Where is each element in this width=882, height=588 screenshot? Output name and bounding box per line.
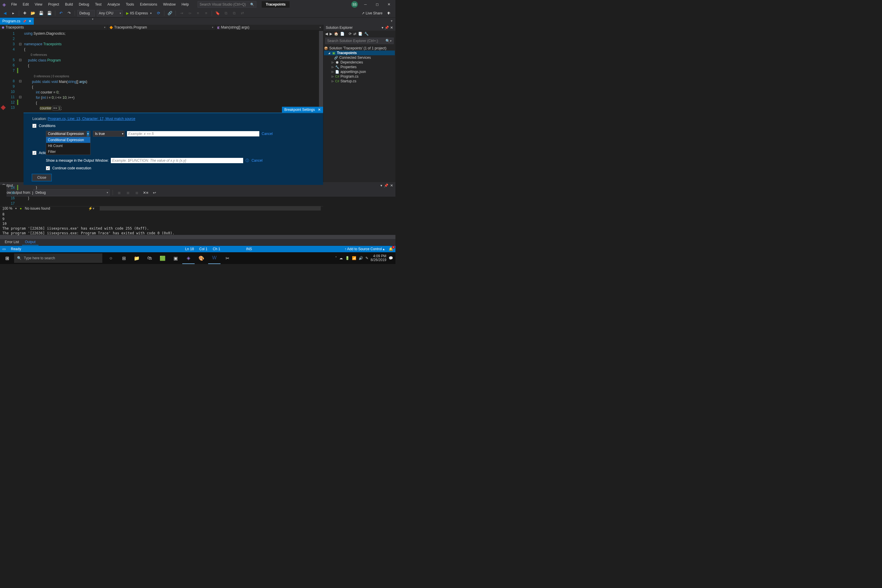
onedrive-icon[interactable]: ☁ xyxy=(339,256,343,260)
document-tab-program[interactable]: Program.cs 📌 ✕ xyxy=(0,18,34,25)
tree-startup-cs[interactable]: ▷C#Startup.cs xyxy=(324,79,395,84)
new-project-icon[interactable]: ✚ xyxy=(21,10,28,16)
menu-debug[interactable]: Debug xyxy=(76,1,92,8)
opt-hit-count[interactable]: Hit Count xyxy=(46,143,90,149)
run-button[interactable]: ▶ IIS Express ▾ xyxy=(124,11,153,15)
add-to-source-control[interactable]: ↑ Add to Source Control ▴ xyxy=(345,247,384,251)
pin-icon[interactable]: 📌 xyxy=(384,183,388,188)
dropdown-icon[interactable]: ▾ xyxy=(380,183,382,188)
search-visual-studio[interactable]: Search Visual Studio (Ctrl+Q) 🔍 xyxy=(198,1,256,8)
clock[interactable]: 4:09 PM 8/26/2019 xyxy=(371,254,386,262)
task-view-icon[interactable]: ⊞ xyxy=(118,252,130,264)
menu-help[interactable]: Help xyxy=(178,1,192,8)
nav-method[interactable]: ◧Main(string[] args) xyxy=(216,25,323,30)
se-search-input[interactable]: Search Solution Explorer (Ctrl+;)🔍▾ xyxy=(325,38,394,44)
app1-icon[interactable]: 🟩 xyxy=(156,252,169,264)
pen-icon[interactable]: ✎ xyxy=(366,256,368,260)
nav-class[interactable]: 🔶Tracepoints.Program xyxy=(108,25,215,30)
config-dropdown[interactable]: Debug xyxy=(77,10,95,16)
cancel-action-link[interactable]: Cancel xyxy=(251,159,262,163)
cortana-icon[interactable]: ○ xyxy=(105,252,117,264)
step-into-icon[interactable]: ⇥ xyxy=(178,10,184,16)
battery-icon[interactable]: 🔋 xyxy=(345,256,350,260)
menu-build[interactable]: Build xyxy=(62,1,76,8)
fold-gutter[interactable]: ⊟ ⊟ ⊟ ⊟ xyxy=(19,31,23,111)
cancel-condition-link[interactable]: Cancel xyxy=(262,132,273,136)
figma-icon[interactable]: 🎨 xyxy=(195,252,208,264)
snip-icon[interactable]: ✂ xyxy=(221,252,233,264)
save-icon[interactable]: 💾 xyxy=(38,10,44,16)
fwd-icon[interactable]: ▶ xyxy=(330,32,332,36)
collapse-icon[interactable]: ⇄ xyxy=(353,32,356,36)
tab-error-list[interactable]: Error List xyxy=(2,239,22,246)
opt-conditional-expression[interactable]: Conditional Expression xyxy=(46,137,90,143)
live-share-button[interactable]: ↗ Live Share xyxy=(362,11,382,15)
tree-solution[interactable]: 📦Solution 'Tracepoints' (1 of 1 project) xyxy=(324,46,395,51)
visual-studio-icon[interactable]: ◈ xyxy=(182,252,195,264)
user-avatar[interactable]: SS xyxy=(351,1,358,8)
nav-back-icon[interactable]: ◀ xyxy=(2,10,8,16)
nav-project[interactable]: ⬢Tracepoints xyxy=(0,25,108,30)
menu-test[interactable]: Test xyxy=(92,1,104,8)
bp-location-link[interactable]: Program.cs, Line: 13, Character: 17, Mus… xyxy=(48,117,135,121)
refresh-icon[interactable]: ⟳ xyxy=(155,10,162,16)
vertical-scrollbar[interactable] xyxy=(319,31,323,111)
uncomment-icon[interactable]: ⧉ xyxy=(231,10,237,16)
taskbar-search[interactable]: 🔍 Type here to search xyxy=(14,254,102,263)
opt-filter[interactable]: Filter xyxy=(46,149,90,154)
chevron-up-icon[interactable]: ˄ xyxy=(335,256,337,260)
volume-icon[interactable]: 🔊 xyxy=(358,256,363,260)
tab-output[interactable]: Output xyxy=(22,239,39,246)
store-icon[interactable]: 🛍 xyxy=(144,252,156,264)
platform-dropdown[interactable]: Any CPU xyxy=(97,10,123,16)
lightning-icon[interactable]: ⚡▾ xyxy=(88,206,94,210)
menu-window[interactable]: Window xyxy=(160,1,179,8)
bookmark-icon[interactable]: 🔖 xyxy=(214,10,221,16)
menu-tools[interactable]: Tools xyxy=(123,1,137,8)
indent-more-icon[interactable]: ≡ xyxy=(203,10,209,16)
pin-icon[interactable]: 📌 xyxy=(22,20,26,23)
close-icon[interactable]: ✕ xyxy=(390,26,393,30)
breakpoint-gutter[interactable] xyxy=(0,31,6,111)
zoom-level[interactable]: 100 % xyxy=(2,206,12,210)
solution-tree[interactable]: 📦Solution 'Tracepoints' (1 of 1 project)… xyxy=(323,45,395,85)
maximize-button[interactable]: ◻ xyxy=(373,1,381,8)
menu-view[interactable]: View xyxy=(32,1,45,8)
properties-icon[interactable]: 🔧 xyxy=(364,32,369,36)
code-body[interactable]: using System.Diagnostics; namespace Trac… xyxy=(23,31,87,111)
tracepoint-glyph[interactable] xyxy=(1,105,6,110)
start-button[interactable]: ⊞ xyxy=(0,252,14,264)
menu-file[interactable]: File xyxy=(8,1,20,8)
tree-appsettings[interactable]: ▷📄appsettings.json xyxy=(324,69,395,74)
refresh-icon[interactable]: ⟳ xyxy=(349,32,352,36)
toggle-icon[interactable]: ⇄ xyxy=(239,10,246,16)
menu-project[interactable]: Project xyxy=(45,1,62,8)
close-window-button[interactable]: ✕ xyxy=(385,1,393,8)
code-editor[interactable]: 1234 567 8910111213 ⊟ ⊟ ⊟ ⊟ using System… xyxy=(0,30,323,111)
save-all-icon[interactable]: 💾 xyxy=(46,10,52,16)
tree-program-cs[interactable]: ▷C#Program.cs xyxy=(324,74,395,79)
output-source-dropdown[interactable]: Debug xyxy=(33,189,110,196)
indent-less-icon[interactable]: ≡ xyxy=(195,10,201,16)
tree-dependencies[interactable]: ▷⬢Dependencies xyxy=(324,60,395,64)
show-all-icon[interactable]: 📑 xyxy=(358,32,363,36)
terminal-icon[interactable]: ▣ xyxy=(170,252,182,264)
tab-overflow-icon[interactable]: ▾ xyxy=(388,18,395,25)
open-icon[interactable]: 📂 xyxy=(30,10,36,16)
info-icon[interactable]: ⓘ xyxy=(246,158,249,163)
actions-checkbox[interactable]: ✓ xyxy=(32,151,36,155)
close-tab-icon[interactable]: ✕ xyxy=(28,19,32,23)
close-icon[interactable]: ✕ xyxy=(390,183,393,188)
menu-edit[interactable]: Edit xyxy=(20,1,32,8)
pin-icon[interactable]: 📌 xyxy=(384,26,389,30)
step-over-icon[interactable]: ⤼ xyxy=(186,10,193,16)
file-explorer-icon[interactable]: 📁 xyxy=(130,252,143,264)
browser-link-icon[interactable]: 🔗 xyxy=(167,10,173,16)
wifi-icon[interactable]: 📶 xyxy=(352,256,356,260)
bp-close-button[interactable]: Close xyxy=(32,174,51,181)
condition-expression-input[interactable]: Example: x == 5 xyxy=(127,131,259,136)
redo-icon[interactable]: ↷ xyxy=(66,10,72,16)
action-center-icon[interactable]: 💬 xyxy=(388,256,393,260)
comment-icon[interactable]: ⧉ xyxy=(222,10,229,16)
dropdown-icon[interactable]: ▾ xyxy=(382,26,383,30)
